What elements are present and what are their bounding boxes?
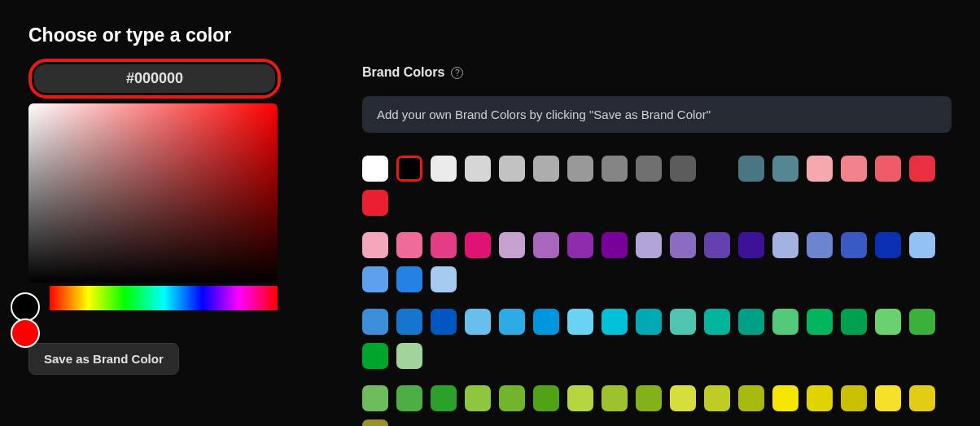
swatch[interactable] — [738, 309, 764, 335]
swatch[interactable] — [875, 385, 901, 411]
swatch[interactable] — [567, 385, 593, 411]
swatch[interactable] — [875, 309, 901, 335]
swatch[interactable] — [396, 343, 422, 369]
brand-hint-banner: Add your own Brand Colors by clicking "S… — [362, 96, 952, 133]
swatch[interactable] — [602, 385, 628, 411]
swatch[interactable] — [396, 309, 422, 335]
swatch[interactable] — [396, 232, 422, 258]
swatch[interactable] — [841, 232, 867, 258]
swatch[interactable] — [567, 156, 593, 182]
hex-input-highlight — [28, 59, 281, 99]
swatch[interactable] — [362, 232, 388, 258]
swatch[interactable] — [362, 309, 388, 335]
swatch[interactable] — [807, 232, 833, 258]
swatch[interactable] — [533, 232, 559, 258]
swatch[interactable] — [567, 232, 593, 258]
swatch[interactable] — [362, 343, 388, 369]
swatch[interactable] — [636, 156, 662, 182]
swatch[interactable] — [602, 156, 628, 182]
swatch[interactable] — [909, 156, 935, 182]
preview-hue-color — [11, 318, 40, 348]
swatch[interactable] — [431, 156, 457, 182]
swatch[interactable] — [465, 385, 491, 411]
color-preview — [11, 292, 40, 348]
swatch[interactable] — [362, 385, 388, 411]
swatch[interactable] — [841, 309, 867, 335]
swatch[interactable] — [738, 385, 764, 411]
swatch[interactable] — [772, 309, 798, 335]
swatch[interactable] — [362, 266, 388, 292]
hex-input[interactable] — [34, 64, 275, 93]
save-brand-button[interactable]: Save as Brand Color — [28, 343, 179, 375]
swatch[interactable] — [533, 309, 559, 335]
swatch[interactable] — [362, 419, 388, 426]
swatch[interactable] — [465, 156, 491, 182]
swatch[interactable] — [533, 156, 559, 182]
swatch[interactable] — [636, 309, 662, 335]
hue-slider[interactable] — [50, 286, 278, 310]
swatch[interactable] — [499, 385, 525, 411]
help-icon[interactable]: ? — [451, 67, 463, 79]
swatch[interactable] — [670, 309, 696, 335]
swatch[interactable] — [499, 156, 525, 182]
swatch[interactable] — [670, 385, 696, 411]
swatch[interactable] — [807, 385, 833, 411]
brand-colors-title: Brand Colors — [362, 65, 444, 80]
swatch[interactable] — [431, 309, 457, 335]
swatch[interactable] — [602, 232, 628, 258]
swatch[interactable] — [807, 309, 833, 335]
swatch[interactable] — [636, 385, 662, 411]
color-palette — [362, 156, 952, 426]
swatch[interactable] — [704, 232, 730, 258]
swatch[interactable] — [396, 266, 422, 292]
swatch[interactable] — [841, 385, 867, 411]
swatch[interactable] — [909, 232, 935, 258]
swatch[interactable] — [431, 232, 457, 258]
swatch[interactable] — [533, 385, 559, 411]
swatch-selected[interactable] — [396, 156, 422, 182]
swatch[interactable] — [738, 232, 764, 258]
palette-spacer — [704, 156, 730, 182]
swatch[interactable] — [909, 385, 935, 411]
swatch[interactable] — [431, 385, 457, 411]
swatch[interactable] — [670, 156, 696, 182]
swatch[interactable] — [807, 156, 833, 182]
swatch[interactable] — [704, 385, 730, 411]
swatch[interactable] — [772, 385, 798, 411]
swatch[interactable] — [465, 232, 491, 258]
swatch[interactable] — [841, 156, 867, 182]
swatch[interactable] — [738, 156, 764, 182]
swatch[interactable] — [567, 309, 593, 335]
swatch[interactable] — [772, 156, 798, 182]
swatch[interactable] — [772, 232, 798, 258]
swatch[interactable] — [909, 309, 935, 335]
preview-current-color — [11, 292, 40, 322]
swatch[interactable] — [499, 232, 525, 258]
swatch[interactable] — [602, 309, 628, 335]
swatch[interactable] — [670, 232, 696, 258]
swatch[interactable] — [362, 190, 388, 216]
saturation-value-field[interactable] — [28, 103, 278, 283]
swatch[interactable] — [704, 309, 730, 335]
swatch[interactable] — [636, 232, 662, 258]
swatch[interactable] — [499, 309, 525, 335]
swatch[interactable] — [431, 266, 457, 292]
page-title: Choose or type a color — [28, 24, 281, 46]
swatch[interactable] — [465, 309, 491, 335]
swatch[interactable] — [875, 232, 901, 258]
swatch[interactable] — [362, 156, 388, 182]
swatch[interactable] — [396, 385, 422, 411]
swatch[interactable] — [875, 156, 901, 182]
